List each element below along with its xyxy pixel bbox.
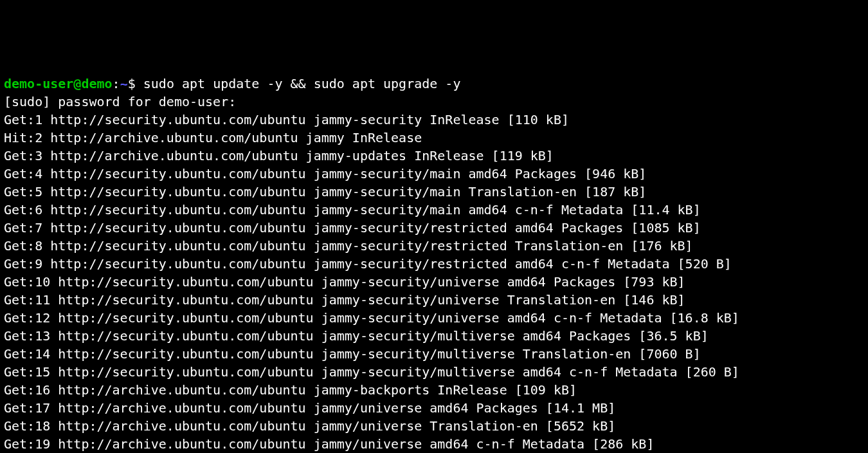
output-line: [sudo] password for demo-user:	[4, 94, 236, 109]
output-line: Get:5 http://security.ubuntu.com/ubuntu …	[4, 184, 646, 199]
prompt-path: ~	[120, 76, 128, 91]
output-line: Get:12 http://security.ubuntu.com/ubuntu…	[4, 310, 739, 326]
output-line: Get:6 http://security.ubuntu.com/ubuntu …	[4, 202, 701, 217]
output-line: Get:11 http://security.ubuntu.com/ubuntu…	[4, 292, 685, 308]
output-line: Get:17 http://archive.ubuntu.com/ubuntu …	[4, 400, 615, 416]
output-line: Get:9 http://security.ubuntu.com/ubuntu …	[4, 256, 732, 272]
output-line: Get:7 http://security.ubuntu.com/ubuntu …	[4, 220, 701, 236]
output-line: Hit:2 http://archive.ubuntu.com/ubuntu j…	[4, 130, 422, 145]
terminal-window[interactable]: demo-user@demo:~$ sudo apt update -y && …	[4, 75, 864, 453]
output-line: Get:18 http://archive.ubuntu.com/ubuntu …	[4, 418, 615, 434]
output-line: Get:15 http://security.ubuntu.com/ubuntu…	[4, 364, 739, 380]
prompt-colon: :	[113, 76, 120, 91]
command-text: sudo apt update -y && sudo apt upgrade -…	[143, 76, 461, 91]
output-line: Get:10 http://security.ubuntu.com/ubuntu…	[4, 274, 685, 290]
output-line: Get:4 http://security.ubuntu.com/ubuntu …	[4, 166, 646, 181]
output-line: Get:14 http://security.ubuntu.com/ubuntu…	[4, 346, 701, 362]
output-line: Get:16 http://archive.ubuntu.com/ubuntu …	[4, 382, 577, 398]
output-line: Get:19 http://archive.ubuntu.com/ubuntu …	[4, 436, 654, 452]
output-line: Get:13 http://security.ubuntu.com/ubuntu…	[4, 328, 709, 344]
prompt-dollar: $	[128, 76, 143, 91]
prompt-user-host: demo-user@demo	[4, 76, 113, 91]
prompt-line: demo-user@demo:~$ sudo apt update -y && …	[4, 76, 460, 91]
output-line: Get:1 http://security.ubuntu.com/ubuntu …	[4, 112, 569, 127]
output-line: Get:8 http://security.ubuntu.com/ubuntu …	[4, 238, 693, 254]
output-line: Get:3 http://archive.ubuntu.com/ubuntu j…	[4, 148, 554, 163]
